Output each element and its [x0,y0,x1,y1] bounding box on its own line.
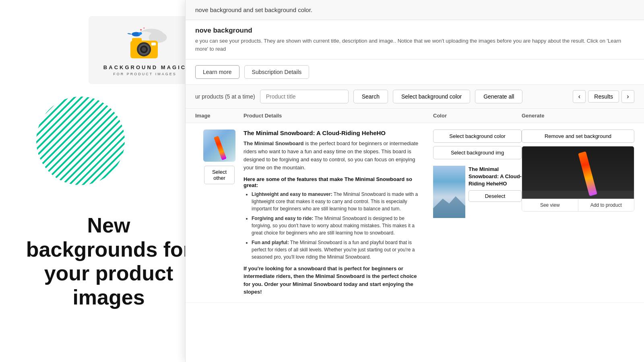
preview-image [522,146,634,199]
features-list: Lightweight and easy to maneuver: The Mi… [244,191,425,261]
cta-text: If you're looking for a snowboard that i… [244,265,425,296]
search-button[interactable]: Search [353,90,388,103]
list-item: Forgiving and easy to ride: The Minimal … [252,215,425,237]
svg-rect-9 [151,43,156,45]
logo-area: ♥ ♥ BACKGROUND MAGIC FOR PRODUCT IMAGES [89,16,201,84]
product-title-text: The Minimal Snowboard: A Cloud-Riding He… [244,130,386,136]
nav-buttons: ‹ Results › [573,90,634,103]
product-description: The Minimal Snowboard is the perfect boa… [244,140,425,172]
color-cell: Select background color Select backgroun… [433,130,522,218]
search-input[interactable] [260,90,349,103]
list-item: Fun and playful: The Minimal Snowboard i… [252,239,425,261]
preview-card: See view Add to product [522,146,634,212]
col-generate: Generate [522,113,634,119]
top-message: nove background and set background color… [195,6,312,13]
feature-1-bold: Lightweight and easy to maneuver: [252,191,332,197]
svg-text:♥: ♥ [140,28,142,32]
section-title: nove background [195,27,634,35]
product-title-bold: The Minimal Snowboard [244,140,304,146]
select-other-button[interactable]: Select other [204,166,235,184]
subscription-details-button[interactable]: Subscription Details [244,65,310,79]
snowboard-dark-preview [522,146,634,199]
left-hero-panel: ♥ ♥ BACKGROUND MAGIC FOR PRODUCT IMAGES … [0,0,197,362]
section-desc: e you can see your products. They are sh… [195,37,634,53]
remove-set-background-button[interactable]: Remove and set background [522,130,634,143]
product-thumbnail [203,130,235,162]
table-header: Image Product Details Color Generate [186,109,644,123]
results-button[interactable]: Results [588,90,619,103]
svg-rect-4 [132,38,142,43]
app-panel: nove background and set background color… [185,0,644,362]
table-row: Select other The Minimal Snowboard: A Cl… [186,123,644,303]
generate-cell: Remove and set background See view Add t… [522,130,634,212]
nav-next-button[interactable]: › [621,90,634,103]
camera-illustration: ♥ ♥ [121,24,169,60]
learn-more-button[interactable]: Learn more [195,65,239,79]
action-row: Learn more Subscription Details [186,60,644,85]
see-view-button[interactable]: See view [522,199,578,211]
list-item: Lightweight and easy to maneuver: The Mi… [252,191,425,212]
select-bg-color-header-button[interactable]: Select background color [393,90,470,103]
svg-point-8 [142,47,146,51]
brand-sub: FOR PRODUCT IMAGES [113,72,176,76]
feature-2-bold: Forgiving and easy to ride: [252,216,313,221]
product-details-cell: The Minimal Snowboard: A Cloud-Riding He… [244,130,433,296]
select-bg-color-button[interactable]: Select background color [433,130,522,143]
green-circle-decoration [36,97,125,185]
features-heading: Here are some of the features that make … [244,176,425,188]
generate-all-button[interactable]: Generate all [475,90,522,103]
section-header: nove background e you can see your produ… [186,20,644,60]
product-title: The Minimal Snowboard: A Cloud-Riding He… [244,130,425,136]
hero-heading: New backgrounds for your product images [24,214,193,310]
preview-info: The Minimal Snowboard: A Cloud-Riding He… [469,166,522,202]
preview-product-name: The Minimal Snowboard: A Cloud-Riding He… [469,166,522,188]
filter-row: ur products (5 at a time) Search Select … [186,85,644,109]
preview-section: The Minimal Snowboard: A Cloud-Riding He… [433,166,522,218]
snowboard-image [203,130,235,162]
deselect-button[interactable]: Deselect [469,190,522,202]
add-to-product-button[interactable]: Add to product [578,199,634,211]
nav-prev-button[interactable]: ‹ [573,90,586,103]
col-product-details: Product Details [244,113,433,119]
svg-text:♥: ♥ [143,27,145,29]
mountain-thumbnail [433,166,465,218]
hero-text-block: New backgrounds for your product images [24,214,193,310]
col-image: Image [195,113,244,119]
content-area: Select other The Minimal Snowboard: A Cl… [186,123,644,362]
filter-label: ur products (5 at a time) [195,93,255,100]
col-color: Color [433,113,522,119]
brand-name: BACKGROUND MAGIC [103,64,186,70]
top-bar: nove background and set background color… [186,0,644,20]
preview-actions: See view Add to product [522,199,634,211]
product-image-cell: Select other [195,130,244,184]
select-bg-img-button[interactable]: Select background img [433,146,522,159]
feature-3-bold: Fun and playful: [252,240,289,245]
